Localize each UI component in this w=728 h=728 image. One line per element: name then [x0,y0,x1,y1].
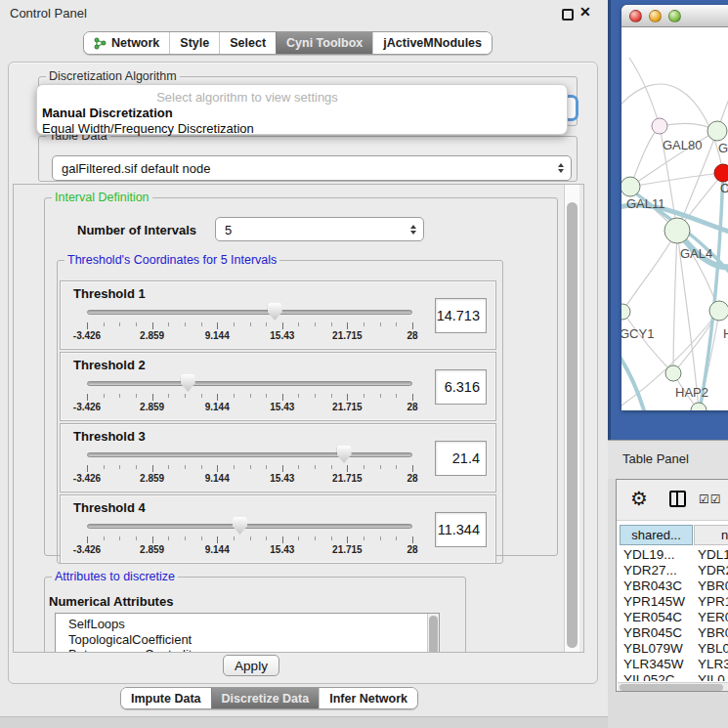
list-scrollbar[interactable] [427,614,439,653]
tab-label: Style [180,36,209,50]
node-gal11[interactable] [621,177,640,196]
column-header-shared-name[interactable]: shared... [620,525,693,545]
zoom-traffic-light-icon[interactable] [668,10,681,22]
scrollbar-thumb[interactable] [567,202,578,648]
slider-thumb[interactable] [268,303,282,321]
list-item[interactable]: TopologicalCoefficient [56,632,439,648]
number-of-intervals-label: Number of Intervals [77,223,196,237]
node-red-selected-label: C [720,181,728,195]
node-hap2[interactable] [665,365,681,381]
tick-label: 21.715 [332,402,363,412]
discretization-algorithm-title: Discretization Algorithm [46,69,180,83]
slider-track[interactable] [87,452,412,457]
list-item[interactable]: SelfLoops [56,617,439,632]
table-row[interactable]: YDL19...YDL1 [617,547,728,563]
network-graph: GAL80GACGAL11GAL4GCY1HHAP2 [621,28,728,410]
table-row[interactable]: YPR145WYPR1 [617,594,728,610]
network-window-titlebar[interactable] [621,5,728,27]
interval-definition-title: Interval Definition [52,191,152,204]
tick-mark [298,322,299,326]
table-row[interactable]: YER054CYER0 [617,610,728,625]
control-panel: Control Panel ✕ NetworkStyleSelectCyni T… [0,0,608,716]
tab-infer-network[interactable]: Infer Network [319,688,417,708]
node-gal80[interactable] [652,118,667,134]
close-icon[interactable]: ✕ [579,4,591,20]
threshold-value-field[interactable]: 14.713 [435,298,487,333]
dropdown-option-manual[interactable]: Manual Discretization [42,106,173,120]
cell-name: YPR1 [698,594,728,610]
numerical-attributes-list[interactable]: SelfLoopsTopologicalCoefficientBetweenne… [55,613,440,653]
settings-vertical-scrollbar[interactable] [564,185,579,652]
node-top-right[interactable] [707,121,727,141]
tick-mark [119,394,120,398]
slider-ticks [87,322,412,330]
tab-cyni-toolbox[interactable]: Cyni Toolbox [276,32,372,54]
node-red-selected[interactable] [714,164,728,182]
node-gcy1[interactable] [621,304,630,320]
threshold-label: Threshold 1 [73,286,146,301]
tick-label: 9.144 [205,473,230,484]
tick-mark [234,465,235,469]
tick-mark [168,394,169,398]
gear-icon[interactable]: ⚙ [630,487,648,510]
tab-style[interactable]: Style [169,32,219,54]
slider-thumb[interactable] [181,374,195,392]
scrollbar-thumb[interactable] [620,684,723,691]
tick-mark [234,394,235,398]
network-edge [630,173,723,187]
columns-icon[interactable] [669,491,686,507]
tab-discretize-data[interactable]: Discretize Data [211,688,320,708]
slider-track[interactable] [87,310,412,315]
tick-mark [364,536,364,540]
panel-title: Control Panel [10,6,87,21]
column-header-name[interactable]: na [694,525,728,545]
tick-mark [185,465,186,469]
tick-label: -3.426 [73,544,101,555]
cell-name: YDR2 [698,563,728,578]
tab-label: Impute Data [131,692,201,706]
slider-track[interactable] [87,381,412,386]
table-row[interactable]: YBR045CYBR0 [617,625,728,641]
slider-thumb[interactable] [233,517,247,535]
threshold-value-field[interactable]: 11.344 [435,512,487,547]
slider-track[interactable] [87,524,412,529]
tab-jactivemnodules[interactable]: jActiveMNodules [372,32,492,54]
scrollbar-thumb[interactable] [429,616,438,653]
attributes-title: Attributes to discretize [52,570,178,583]
threshold-coordinates-group: Threshold's Coordinates for 5 Intervals … [57,253,503,564]
tab-label: Network [111,36,159,50]
table-data-combobox[interactable]: galFiltered.sif default node [52,155,572,181]
tick-mark [152,394,153,401]
table-row[interactable]: YDR27...YDR2 [617,563,728,578]
tab-network[interactable]: Network [84,32,169,54]
table-row[interactable]: YBR043CYBR0 [617,578,728,594]
tab-select[interactable]: Select [219,32,276,54]
threshold-value-field[interactable]: 6.316 [435,369,487,405]
tick-mark [364,322,364,326]
threshold-value-field[interactable]: 21.4 [435,441,487,476]
node-h[interactable] [709,301,728,321]
table-horizontal-scrollbar[interactable] [618,682,728,692]
table-header-row: shared... na [617,525,728,545]
tick-mark [217,322,218,329]
float-panel-icon[interactable] [562,9,574,21]
apply-button[interactable]: Apply [223,655,279,676]
checkbox-icons[interactable]: ☑☑ [699,492,722,506]
slider-thumb[interactable] [337,446,352,463]
table-row[interactable]: YLR345WYLR3 [617,657,728,672]
tab-impute-data[interactable]: Impute Data [121,688,211,708]
number-of-intervals-value: 5 [225,222,232,236]
table-rows: YDL19...YDL1YDR27...YDR2YBR043CYBR0YPR14… [617,547,728,681]
tick-label: 28 [407,473,417,484]
minimize-traffic-light-icon[interactable] [649,10,662,22]
table-row[interactable]: YIL052CYIL0 [617,672,728,681]
cell-name: YDL1 [698,547,728,563]
table-row[interactable]: YBL079WYBL0 [617,641,728,657]
network-canvas[interactable]: GAL80GACGAL11GAL4GCY1HHAP2 [621,28,728,410]
tick-mark [119,536,120,540]
dropdown-option-equal-width[interactable]: Equal Width/Frequency Discretization [42,121,254,136]
node-gal4[interactable] [664,218,690,243]
close-traffic-light-icon[interactable] [629,10,642,22]
number-of-intervals-combobox[interactable]: 5 [215,217,424,241]
tick-mark [266,465,267,469]
